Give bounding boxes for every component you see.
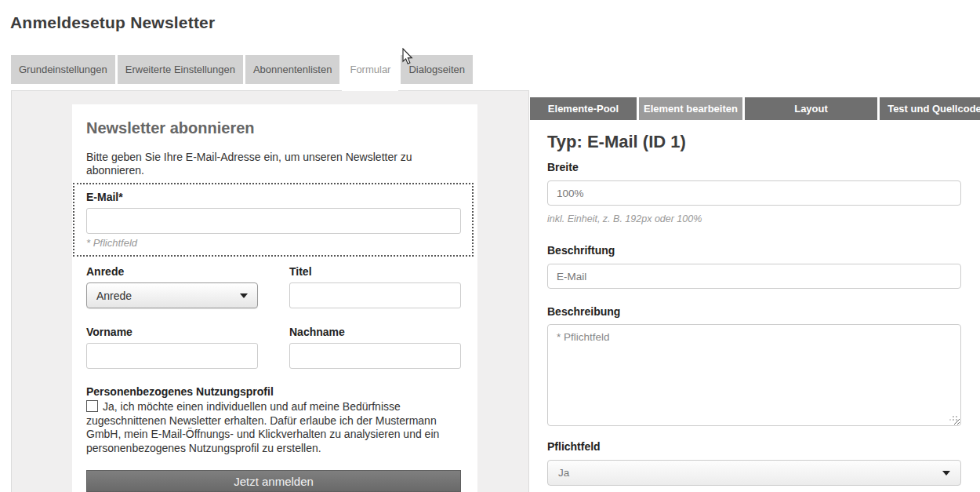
nachname-input[interactable]: [289, 343, 461, 369]
email-input[interactable]: [86, 208, 461, 234]
breite-label: Breite: [547, 161, 961, 173]
form-intro-text: Bitte geben Sie Ihre E-Mail-Adresse ein,…: [86, 151, 461, 177]
anrede-label: Anrede: [86, 265, 258, 278]
anrede-select[interactable]: Anrede: [86, 282, 258, 308]
tab-formular[interactable]: Formular: [342, 55, 398, 91]
page-title: Anmeldesetup Newsletter: [10, 13, 215, 32]
pflichtfeld-label: Pflichtfeld: [547, 440, 961, 453]
email-required-note: * Pflichtfeld: [86, 237, 461, 249]
tab-element-bearbeiten[interactable]: Element bearbeiten: [639, 97, 742, 120]
titel-input[interactable]: [289, 282, 461, 308]
submit-button[interactable]: Jetzt anmelden: [86, 470, 461, 492]
form-heading: Newsletter abonnieren: [86, 119, 461, 137]
breite-hint: inkl. Einheit, z. B. 192px oder 100%: [547, 213, 961, 224]
titel-label: Titel: [289, 265, 461, 278]
newsletter-form-card: Newsletter abonnieren Bitte geben Sie Ih…: [72, 104, 477, 492]
tab-abonnentenlisten[interactable]: Abonnentenlisten: [245, 55, 339, 84]
beschreibung-label: Beschreibung: [547, 305, 961, 318]
tab-erweiterte-einstellungen[interactable]: Erweiterte Einstellungen: [118, 55, 243, 84]
editor-tab-bar: Elemente-Pool Element bearbeiten Layout …: [530, 97, 980, 120]
consent-paragraph: Ja, ich möchte einen individuellen und a…: [86, 400, 461, 455]
editor-content: Typ: E-Mail (ID 1) Breite inkl. Einheit,…: [530, 132, 980, 486]
nutzungsprofil-label: Personenbezogenes Nutzungsprofil: [86, 385, 461, 398]
beschreibung-textarea[interactable]: * Pflichtfeld: [547, 324, 961, 426]
vorname-input[interactable]: [86, 343, 258, 369]
vorname-label: Vorname: [86, 326, 258, 338]
resize-grip-icon[interactable]: [956, 419, 957, 421]
mouse-cursor-icon: [402, 48, 414, 65]
pflichtfeld-select[interactable]: Ja: [547, 460, 961, 486]
selected-element-email[interactable]: E-Mail* * Pflichtfeld: [73, 183, 474, 257]
chevron-down-icon: [240, 293, 248, 298]
tab-grundeinstellungen[interactable]: Grundeinstellungen: [11, 55, 115, 84]
pflichtfeld-selected-value: Ja: [558, 467, 569, 479]
consent-text: Ja, ich möchte einen individuellen und a…: [86, 400, 439, 454]
tab-layout[interactable]: Layout: [745, 97, 877, 120]
name-fields-grid: Anrede Anrede Titel Vorname Nachname: [86, 265, 461, 369]
consent-checkbox[interactable]: [86, 400, 98, 412]
beschriftung-input[interactable]: [547, 264, 961, 289]
element-type-heading: Typ: E-Mail (ID 1): [547, 132, 961, 152]
tab-elemente-pool[interactable]: Elemente-Pool: [530, 97, 637, 120]
nachname-label: Nachname: [289, 326, 461, 338]
element-editor-panel: Elemente-Pool Element bearbeiten Layout …: [530, 97, 980, 492]
anrede-selected-value: Anrede: [96, 290, 132, 302]
email-label: E-Mail*: [86, 191, 461, 203]
tab-test-und-quellcode[interactable]: Test und Quellcode: [880, 97, 980, 120]
chevron-down-icon: [942, 471, 950, 476]
beschriftung-label: Beschriftung: [547, 244, 961, 257]
breite-input[interactable]: [547, 180, 961, 206]
